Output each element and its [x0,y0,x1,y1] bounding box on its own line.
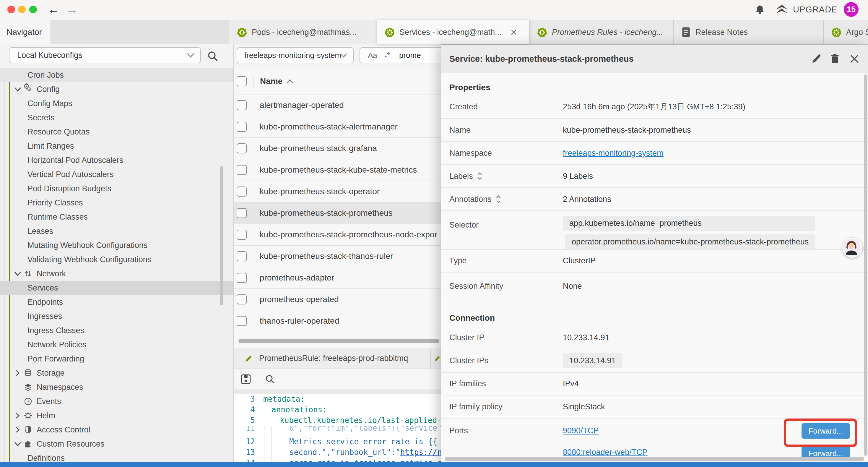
cluster-ips-chip[interactable]: 10.233.14.91 [563,353,622,368]
traffic-light-minimize-button[interactable] [18,6,26,13]
row-checkbox[interactable] [237,143,247,153]
sort-ascending-icon[interactable] [286,79,293,83]
avatar[interactable] [842,238,862,258]
sidebar-item-priority-classes[interactable]: Priority Classes [0,196,234,210]
annotations-count[interactable]: 2 Annotations [563,195,611,204]
table-row[interactable]: prometheus-operated [234,289,441,310]
tab-pods[interactable]: Pods - icecheng@mathmas... [229,20,377,44]
yaml-editor[interactable]: 3metadata: 4annotations: 5kubectl.kubern… [234,394,441,462]
sidebar-group-custom-resources[interactable]: Custom Resources [0,437,234,451]
dock-tab-prometheusrule[interactable]: PrometheusRule: freeleaps-prod-rabbitmq [234,348,431,369]
close-icon[interactable] [849,54,860,64]
details-vertical-scrollbar[interactable] [864,75,867,456]
notification-count-badge[interactable]: 15 [844,2,859,17]
sidebar-item-network-policies[interactable]: Network Policies [0,338,234,352]
upgrade-icon[interactable] [775,4,789,17]
row-checkbox[interactable] [237,316,247,326]
row-checkbox[interactable] [237,100,247,110]
table-row[interactable]: kube-prometheus-stack-grafana [234,138,441,159]
sidebar-item-leases[interactable]: Leases [0,224,234,238]
sidebar-item-events[interactable]: Events [0,394,234,408]
sidebar-group-helm[interactable]: Helm [0,408,234,423]
forward-arrow-icon[interactable]: → [66,2,78,17]
back-arrow-icon[interactable]: ← [47,2,60,17]
bell-icon[interactable] [754,4,766,16]
sidebar-item-config-maps[interactable]: Config Maps [0,96,234,111]
selector-chip[interactable]: operator.prometheus.io/name=kube-prometh… [565,234,815,250]
table-row[interactable]: prometheus-adapter [234,267,441,289]
regex-toggle[interactable]: ▪* [385,50,390,60]
kubeconfig-select[interactable]: Local Kubeconfigs [9,47,201,63]
row-checkbox[interactable] [237,165,247,175]
port-link-8080[interactable]: 8080:reloader-web/TCP [563,448,648,457]
sidebar-group-config[interactable]: ⚙⚙ Config [0,82,234,96]
table-row[interactable]: alertmanager-operated [234,95,441,116]
tab-release-notes[interactable]: Release Notes [674,20,824,44]
table-row[interactable]: kube-prometheus-stack-alertmanager [234,116,441,138]
select-all-checkbox[interactable] [237,76,247,86]
row-checkbox[interactable] [237,294,247,304]
sidebar-group-access-control[interactable]: Access Control [0,423,234,437]
row-checkbox[interactable] [237,208,247,218]
save-icon[interactable] [240,374,251,385]
match-case-toggle[interactable]: Aa [368,51,377,60]
table-row[interactable]: kube-prometheus-stack-thanos-ruler [234,245,441,267]
row-checkbox[interactable] [237,186,247,197]
sidebar-item-pod-disruption-budgets[interactable]: Pod Disruption Budgets [0,181,234,196]
table-row[interactable]: kube-prometheus-stack-operator [234,181,441,202]
sidebar-item-resource-quotas[interactable]: Resource Quotas [0,125,234,139]
labels-count[interactable]: 9 Labels [563,172,593,181]
table-row[interactable]: kube-prometheus-stack-prometheus-node-ex… [234,224,441,245]
sidebar-item-secrets[interactable]: Secrets [0,111,234,125]
search-icon[interactable] [207,50,219,62]
row-checkbox[interactable] [237,251,247,261]
edit-pencil-icon[interactable] [811,53,822,64]
traffic-light-zoom-button[interactable] [29,6,37,13]
sidebar-group-storage[interactable]: Storage [0,366,234,380]
expand-up-down-icon[interactable] [477,172,483,181]
table-row-selected[interactable]: kube-prometheus-stack-prometheus [234,202,441,224]
row-checkbox[interactable] [237,273,247,283]
chevron-down-icon [340,53,347,58]
sidebar-item-ingresses[interactable]: Ingresses [0,309,234,323]
row-checkbox[interactable] [237,122,247,132]
tab-prometheus-rules[interactable]: Prometheus Rules - icecheng... [529,20,674,44]
expand-up-down-icon[interactable] [496,195,501,204]
row-checkbox[interactable] [237,230,247,240]
sidebar-scrollbar[interactable] [220,166,223,305]
sidebar-item-namespaces[interactable]: Namespaces [0,380,234,394]
close-icon[interactable] [510,28,518,36]
details-horizontal-scrollbar[interactable] [445,457,864,461]
sidebar-item-horizontal-pod-autoscalers[interactable]: Horizontal Pod Autoscalers [0,153,234,167]
sidebar-item-ingress-classes[interactable]: Ingress Classes [0,323,234,338]
sidebar-item-mutating-webhook-configurations[interactable]: Mutating Webhook Configurations [0,238,234,253]
dock-tab-next[interactable] [431,348,441,369]
editor-line: 14error rate in freeleaps metrics ser [234,458,441,462]
traffic-light-close-button[interactable] [7,6,15,13]
sidebar-item-limit-ranges[interactable]: Limit Ranges [0,139,234,153]
sidebar-item-vertical-pod-autoscalers[interactable]: Vertical Pod Autoscalers [0,167,234,181]
navigator-panel-tab[interactable]: Navigator [0,20,51,44]
sidebar-group-network[interactable]: Network [0,267,234,281]
sidebar-item-services[interactable]: Services [0,281,234,295]
sidebar-item-validating-webhook-configurations[interactable]: Validating Webhook Configurations [0,253,234,267]
column-header-name[interactable]: Name [260,77,282,86]
search-icon[interactable] [265,374,275,384]
horizontal-scrollbar[interactable] [239,339,439,343]
sidebar-item-definitions[interactable]: Definitions [0,451,234,462]
table-row[interactable]: thanos-ruler-operated [234,310,441,332]
sidebar-item-endpoints[interactable]: Endpoints [0,295,234,309]
port-link-9090[interactable]: 9090/TCP [563,426,648,435]
namespace-link[interactable]: freeleaps-monitoring-system [563,149,663,158]
tab-services[interactable]: Services - icecheng@math... [377,20,529,44]
table-row[interactable]: kube-prometheus-stack-kube-state-metrics [234,159,441,181]
namespace-select[interactable]: freeleaps-monitoring-system [237,47,354,63]
sidebar-item-port-forwarding[interactable]: Port Forwarding [0,352,234,366]
sidebar-item-runtime-classes[interactable]: Runtime Classes [0,210,234,224]
editor-url-link[interactable]: https://net [400,448,441,457]
tab-argo[interactable]: Argo Se [824,20,868,44]
selector-chip[interactable]: app.kubernetes.io/name=prometheus [563,216,815,231]
trash-icon[interactable] [829,53,840,65]
sidebar-item-cron-jobs[interactable]: Cron Jobs [0,68,234,82]
upgrade-button[interactable]: UPGRADE [793,5,837,14]
